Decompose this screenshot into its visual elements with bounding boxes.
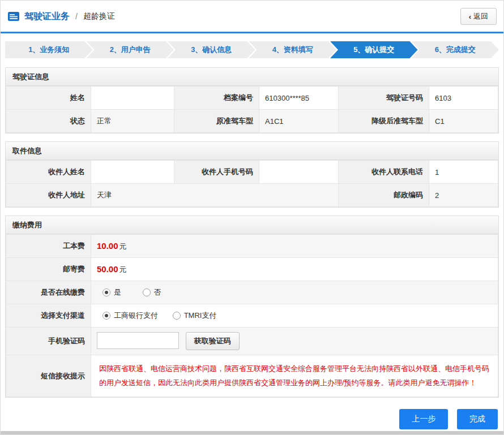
pickup-info-table: 收件人姓名 收件人手机号码 收件人联系电话 1 收件人地址 天津 邮政编码 2 [6, 160, 498, 207]
field-value: 正常 [91, 110, 174, 133]
radio-channel-tmri[interactable] [173, 312, 181, 320]
radio-online-pay-no[interactable] [143, 288, 151, 296]
step-4-fill-data[interactable]: 4、资料填写 [249, 41, 337, 58]
field-value: C1 [429, 110, 498, 133]
sms-notice-cell: 因陕西省联通、电信运营商技术问题，陕西省互联网交通安全综合服务管理平台无法向持陕… [91, 355, 498, 397]
back-arrow-icon: ‹ [469, 12, 471, 21]
fees-table: 工本费 10.00元 邮寄费 50.00元 是否在线缴费 是 否 [6, 234, 498, 397]
production-fee-value: 10.00元 [91, 235, 498, 258]
sms-notice-row: 短信接收提示 因陕西省联通、电信运营商技术问题，陕西省互联网交通安全综合服务管理… [6, 355, 498, 397]
header: 驾驶证业务 / 超龄换证 ‹ 返回 [1, 1, 503, 32]
field-label: 是否在线缴费 [6, 281, 91, 304]
back-button[interactable]: ‹ 返回 [460, 8, 497, 25]
field-label: 邮寄费 [6, 258, 91, 281]
radio-label-yes[interactable]: 是 [114, 288, 121, 296]
radio-label-tmri[interactable]: TMRI支付 [184, 311, 217, 320]
step-breadcrumb: 1、业务须知 2、用户申告 3、确认信息 4、资料填写 5、确认提交 6、完成提… [5, 41, 499, 58]
license-card-icon [7, 11, 20, 21]
field-value: 610300****85 [259, 87, 339, 110]
sms-notice-text: 因陕西省联通、电信运营商技术问题，陕西省互联网交通安全综合服务管理平台无法向持陕… [98, 360, 491, 392]
field-label: 邮政编码 [339, 184, 429, 207]
field-value: 天津 [91, 184, 339, 207]
pay-channel-row: 选择支付渠道 工商银行支付 TMRI支付 [6, 304, 498, 328]
radio-channel-icbc[interactable] [102, 312, 110, 320]
pickup-info-section: 取件信息 收件人姓名 收件人手机号码 收件人联系电话 1 收件人地址 天津 邮政… [5, 141, 499, 208]
fee-unit: 元 [119, 242, 127, 251]
header-left: 驾驶证业务 / 超龄换证 [7, 11, 115, 23]
field-value: 6103 [429, 87, 498, 110]
field-label: 工本费 [6, 235, 91, 258]
table-row: 状态 正常 原准驾车型 A1C1 降级后准驾车型 C1 [6, 110, 498, 133]
field-label: 收件人手机号码 [174, 161, 259, 184]
online-pay-options: 是 否 [91, 281, 498, 304]
field-value [259, 161, 339, 184]
field-label: 收件人联系电话 [339, 161, 429, 184]
sms-code-input[interactable] [97, 332, 179, 349]
field-label: 降级后准驾车型 [339, 110, 429, 133]
step-1-notice[interactable]: 1、业务须知 [5, 41, 93, 58]
bottom-scrollbar[interactable] [1, 431, 503, 434]
previous-step-button[interactable]: 上一步 [399, 409, 448, 429]
back-button-label: 返回 [473, 11, 488, 21]
online-pay-row: 是否在线缴费 是 否 [6, 281, 498, 304]
page-title: 驾驶证业务 [24, 11, 70, 23]
field-label: 手机验证码 [6, 328, 91, 355]
get-sms-code-button[interactable]: 获取验证码 [186, 332, 240, 350]
field-label: 驾驶证号码 [339, 87, 429, 110]
fees-title: 缴纳费用 [6, 216, 498, 234]
finish-button[interactable]: 完成 [457, 409, 498, 429]
mailing-fee-row: 邮寄费 50.00元 [6, 258, 498, 281]
page-subtitle: 超龄换证 [83, 11, 115, 21]
mailing-fee-value: 50.00元 [91, 258, 498, 281]
table-row: 姓名 档案编号 610300****85 驾驶证号码 6103 [6, 87, 498, 110]
field-value [91, 87, 174, 110]
sms-code-cell: 获取验证码 [91, 328, 498, 355]
header-divider [1, 32, 503, 33]
pickup-info-title: 取件信息 [6, 142, 498, 160]
sms-code-row: 手机验证码 获取验证码 [6, 328, 498, 355]
field-value: 1 [429, 161, 498, 184]
step-2-declaration[interactable]: 2、用户申告 [87, 41, 174, 58]
field-label: 选择支付渠道 [6, 304, 91, 328]
license-info-title: 驾驶证信息 [6, 68, 498, 86]
field-value [91, 161, 174, 184]
production-fee-row: 工本费 10.00元 [6, 235, 498, 258]
field-value: 2 [429, 184, 498, 207]
step-5-confirm-submit[interactable]: 5、确认提交 [330, 41, 418, 58]
fee-amount: 50.00 [97, 264, 118, 274]
license-info-table: 姓名 档案编号 610300****85 驾驶证号码 6103 状态 正常 原准… [6, 86, 498, 133]
field-label: 短信接收提示 [6, 355, 91, 397]
radio-label-no[interactable]: 否 [154, 288, 161, 296]
step-6-complete[interactable]: 6、完成提交 [412, 41, 499, 58]
fee-unit: 元 [119, 265, 127, 274]
field-value: A1C1 [259, 110, 339, 133]
radio-online-pay-yes[interactable] [102, 288, 110, 296]
field-label: 状态 [6, 110, 91, 133]
field-label: 原准驾车型 [174, 110, 259, 133]
title-separator: / [75, 12, 78, 21]
field-label: 收件人地址 [6, 184, 91, 207]
pay-channel-options: 工商银行支付 TMRI支付 [91, 304, 498, 328]
license-info-section: 驾驶证信息 姓名 档案编号 610300****85 驾驶证号码 6103 状态… [5, 67, 499, 133]
page: 驾驶证业务 / 超龄换证 ‹ 返回 1、业务须知 2、用户申告 3、确认信息 4… [0, 0, 504, 435]
field-label: 姓名 [6, 87, 91, 110]
radio-label-icbc[interactable]: 工商银行支付 [114, 311, 158, 320]
field-label: 档案编号 [174, 87, 259, 110]
table-row: 收件人姓名 收件人手机号码 收件人联系电话 1 [6, 161, 498, 184]
step-3-confirm-info[interactable]: 3、确认信息 [168, 41, 255, 58]
fees-section: 缴纳费用 工本费 10.00元 邮寄费 50.00元 是否在线缴费 是 [5, 216, 499, 398]
table-row: 收件人地址 天津 邮政编码 2 [6, 184, 498, 207]
fee-amount: 10.00 [97, 241, 118, 251]
field-label: 收件人姓名 [6, 161, 91, 184]
